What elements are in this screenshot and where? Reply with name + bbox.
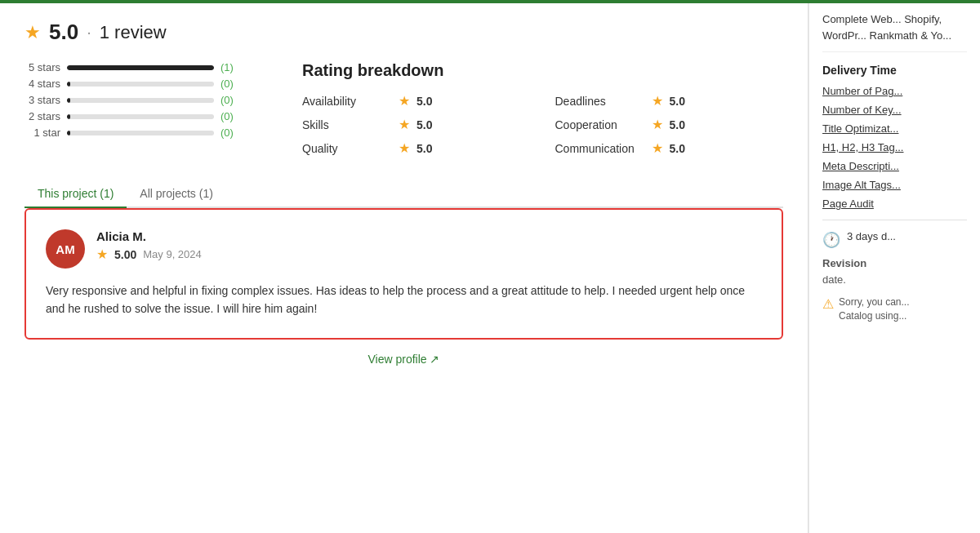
- star-bar-2: [67, 114, 214, 119]
- avatar: AM: [46, 229, 85, 269]
- sidebar-link-keywords[interactable]: Number of Key...: [822, 104, 967, 116]
- star-label-1: 1 star: [24, 127, 60, 139]
- rating-separator: ·: [87, 23, 91, 42]
- star-bar-4: [67, 82, 214, 87]
- star-count-2: (0): [220, 110, 237, 122]
- star-fill-4: [67, 82, 70, 87]
- star-icon-quality: ★: [399, 140, 410, 156]
- review-count: 1 review: [100, 22, 167, 43]
- reviewer-score: 5.00: [114, 248, 136, 261]
- rating-skills: Skills ★ 5.0: [302, 117, 531, 132]
- reviewer-date: May 9, 2024: [143, 248, 202, 260]
- clock-icon: 🕐: [822, 231, 840, 249]
- star-row-3: 3 stars (0): [24, 94, 270, 106]
- star-fill-2: [67, 114, 70, 119]
- score-quality: 5.0: [416, 142, 432, 155]
- reviewer-name: Alicia M.: [96, 229, 202, 243]
- rating-label-deadlines: Deadlines: [555, 95, 645, 108]
- review-card: AM Alicia M. ★ 5.00 May 9, 2024 Very res…: [24, 208, 783, 340]
- rating-label-cooperation: Cooperation: [555, 118, 645, 131]
- star-row-1: 1 star (0): [24, 127, 270, 139]
- warning-section: ⚠ Sorry, you can...Catalog using...: [822, 295, 967, 323]
- rating-label-skills: Skills: [302, 118, 392, 131]
- sidebar-link-meta[interactable]: Meta Descripti...: [822, 160, 967, 172]
- rating-cooperation: Cooperation ★ 5.0: [555, 117, 784, 132]
- sidebar: Complete Web... Shopify, WordPr... Rankm…: [808, 3, 980, 533]
- star-bar-5: [67, 65, 214, 70]
- reviewer-header: AM Alicia M. ★ 5.00 May 9, 2024: [46, 229, 762, 269]
- reviewer-star-icon: ★: [96, 247, 108, 262]
- score-availability: 5.0: [416, 95, 432, 108]
- score-deadlines: 5.0: [670, 95, 685, 108]
- reviewer-info: Alicia M. ★ 5.00 May 9, 2024: [96, 229, 202, 262]
- star-fill-3: [67, 98, 70, 103]
- delivery-days: 3 days d...: [847, 230, 896, 242]
- star-fill-1: [67, 131, 70, 135]
- star-label-5: 5 stars: [24, 61, 60, 73]
- sidebar-description: Complete Web... Shopify, WordPr... Rankm…: [822, 11, 967, 52]
- score-communication: 5.0: [670, 142, 685, 155]
- delivery-section: 🕐 3 days d...: [822, 230, 967, 249]
- view-profile-link[interactable]: View profile ↗: [368, 353, 439, 366]
- score-skills: 5.0: [416, 118, 432, 131]
- star-count-1: (0): [220, 127, 237, 139]
- reviewer-rating-row: ★ 5.00 May 9, 2024: [96, 247, 202, 262]
- star-icon-cooperation: ★: [652, 117, 663, 132]
- sidebar-divider-1: [822, 220, 967, 220]
- rating-breakdown-heading: Rating breakdown: [302, 61, 783, 80]
- rating-availability: Availability ★ 5.0: [302, 93, 531, 109]
- star-icon-communication: ★: [652, 140, 663, 156]
- rating-grid: Availability ★ 5.0 Deadlines ★ 5.0 Skill…: [302, 93, 783, 156]
- reviews-tabs: This project (1) All projects (1): [24, 180, 783, 208]
- star-bar-1: [67, 131, 214, 135]
- star-icon-skills: ★: [399, 117, 410, 132]
- star-count-4: (0): [220, 78, 237, 90]
- sidebar-link-alt[interactable]: Image Alt Tags...: [822, 179, 967, 191]
- sidebar-link-pages[interactable]: Number of Pag...: [822, 85, 967, 97]
- tab-all-projects[interactable]: All projects (1): [127, 180, 225, 208]
- rating-quality: Quality ★ 5.0: [302, 140, 531, 156]
- sidebar-link-page-audit[interactable]: Page Audit: [822, 198, 967, 210]
- sidebar-link-h1h2h3[interactable]: H1, H2, H3 Tag...: [822, 141, 967, 153]
- star-count-5: (1): [220, 61, 237, 73]
- star-row-2: 2 stars (0): [24, 110, 270, 122]
- revision-text: Revisiondate.: [822, 255, 967, 287]
- rating-label-communication: Communication: [555, 142, 645, 155]
- rating-score: 5.0: [49, 20, 78, 45]
- rating-deadlines: Deadlines ★ 5.0: [555, 93, 784, 109]
- top-bar: [0, 0, 980, 3]
- star-label-4: 4 stars: [24, 78, 60, 90]
- rating-communication: Communication ★ 5.0: [555, 140, 784, 156]
- star-label-3: 3 stars: [24, 94, 60, 106]
- tab-this-project[interactable]: This project (1): [24, 180, 127, 208]
- sidebar-link-title[interactable]: Title Optimizat...: [822, 122, 967, 135]
- rating-label-availability: Availability: [302, 95, 392, 108]
- star-row-4: 4 stars (0): [24, 78, 270, 90]
- rating-section: 5 stars (1) 4 stars (0) 3 stars: [24, 61, 783, 156]
- delivery-time-heading: Delivery Time: [822, 64, 967, 77]
- star-icon-availability: ★: [399, 93, 410, 109]
- star-icon: ★: [24, 22, 41, 43]
- star-icon-deadlines: ★: [652, 93, 663, 109]
- rating-label-quality: Quality: [302, 142, 392, 155]
- star-count-3: (0): [220, 94, 237, 106]
- star-label-2: 2 stars: [24, 110, 60, 122]
- stars-breakdown: 5 stars (1) 4 stars (0) 3 stars: [24, 61, 270, 156]
- star-row-5: 5 stars (1): [24, 61, 270, 73]
- star-bar-3: [67, 98, 214, 103]
- rating-details: Rating breakdown Availability ★ 5.0 Dead…: [302, 61, 783, 156]
- warning-icon: ⚠: [822, 296, 834, 312]
- review-text: Very responsive and helpful in fixing co…: [46, 282, 762, 318]
- score-cooperation: 5.0: [670, 118, 685, 131]
- warning-text: Sorry, you can...Catalog using...: [839, 295, 909, 323]
- rating-header: ★ 5.0 · 1 review: [24, 20, 783, 45]
- view-profile-row: View profile ↗: [24, 340, 783, 372]
- star-fill-5: [67, 65, 214, 70]
